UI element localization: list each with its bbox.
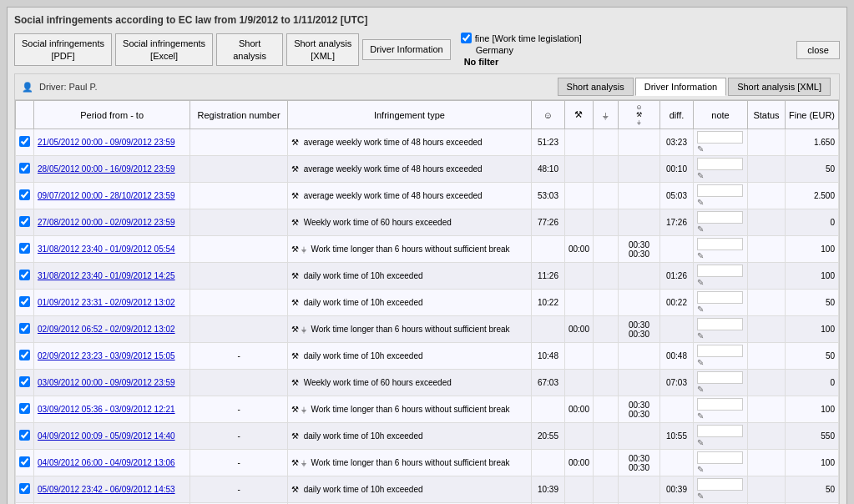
row-period[interactable]: 03/09/2012 05:36 - 03/09/2012 12:21 (34, 396, 190, 423)
edit-icon[interactable]: ✎ (697, 251, 704, 260)
col-note: note (693, 101, 747, 129)
note-input[interactable] (697, 265, 743, 277)
row-period[interactable]: 02/09/2012 23:23 - 03/09/2012 15:05 (34, 343, 190, 370)
short-analysis-xml-button[interactable]: Short analysis[XML] (286, 33, 359, 66)
row-col-wrench (564, 156, 593, 183)
edit-icon[interactable]: ✎ (697, 305, 704, 314)
row-reg: - (190, 423, 288, 450)
social-infringements-excel-button[interactable]: Social infringements[Excel] (115, 33, 213, 66)
row-checkbox[interactable] (19, 403, 30, 414)
page-title: Social infringements according to EC law… (14, 14, 840, 26)
fine-checkbox[interactable] (461, 33, 472, 43)
col-smile: ☺ (531, 101, 564, 129)
edit-icon[interactable]: ✎ (697, 385, 704, 394)
row-reg (190, 316, 288, 343)
row-checkbox[interactable] (19, 243, 30, 254)
row-period[interactable]: 05/09/2012 23:42 - 06/09/2012 14:53 (34, 476, 190, 503)
row-reg (190, 236, 288, 263)
row-period[interactable]: 28/05/2012 00:00 - 16/09/2012 23:59 (34, 156, 190, 183)
short-analysis-button[interactable]: Shortanalysis (216, 33, 283, 66)
row-col-bed (593, 450, 618, 476)
row-period[interactable]: 01/09/2012 23:31 - 02/09/2012 13:02 (34, 290, 190, 316)
row-col-smile: 11:26 (531, 263, 564, 290)
fine-checkbox-row: fine [Work time legislation] (461, 33, 582, 43)
note-input[interactable] (697, 184, 743, 197)
row-status (747, 209, 785, 236)
row-period[interactable]: 27/08/2012 00:00 - 02/09/2012 23:59 (34, 209, 190, 236)
social-infringements-pdf-button[interactable]: Social infringements[PDF] (14, 33, 112, 66)
edit-icon[interactable]: ✎ (697, 278, 704, 287)
row-diff (659, 316, 693, 343)
row-period[interactable]: 09/07/2012 00:00 - 28/10/2012 23:59 (34, 183, 190, 209)
note-input[interactable] (697, 318, 743, 330)
row-checkbox[interactable] (19, 163, 30, 174)
edit-icon[interactable]: ✎ (697, 331, 704, 340)
row-reg (190, 209, 288, 236)
row-period[interactable]: 04/09/2012 00:09 - 05/09/2012 14:40 (34, 423, 190, 450)
note-input[interactable] (697, 211, 743, 224)
row-period[interactable]: 02/09/2012 06:52 - 02/09/2012 13:02 (34, 316, 190, 343)
note-input[interactable] (697, 345, 743, 357)
note-input[interactable] (697, 158, 743, 170)
edit-icon[interactable]: ✎ (697, 144, 704, 154)
driver-information-button[interactable]: Driver Information (362, 39, 450, 59)
row-period[interactable]: 04/09/2012 06:00 - 04/09/2012 13:06 (34, 450, 190, 476)
edit-icon[interactable]: ✎ (697, 171, 704, 180)
row-col-bed (593, 396, 618, 423)
row-period[interactable]: 31/08/2012 23:40 - 01/09/2012 14:25 (34, 263, 190, 290)
close-button[interactable]: close (796, 41, 840, 59)
edit-icon[interactable]: ✎ (697, 491, 704, 501)
row-col-bed (593, 343, 618, 370)
row-diff (659, 450, 693, 476)
tab-short-analysis[interactable]: Short analysis (558, 78, 634, 96)
note-input[interactable] (697, 398, 743, 411)
row-reg (190, 370, 288, 396)
row-status (747, 316, 785, 343)
note-input[interactable] (697, 478, 743, 491)
note-input[interactable] (697, 451, 743, 464)
row-checkbox-cell (16, 343, 34, 370)
note-input[interactable] (697, 131, 743, 144)
row-checkbox[interactable] (19, 350, 30, 360)
edit-icon[interactable]: ✎ (697, 224, 704, 234)
row-fine: 1.650 (785, 129, 838, 156)
col-mixed: ☺⚒⏚ (618, 101, 659, 129)
row-infringement: ⚒ daily work time of 10h exceeded (287, 263, 531, 290)
table-row: 03/09/2012 05:36 - 03/09/2012 12:21 - ⚒ … (16, 396, 839, 423)
tab-short-analysis-xml[interactable]: Short analysis [XML] (728, 78, 831, 96)
note-input[interactable] (697, 291, 743, 304)
row-reg (190, 290, 288, 316)
row-checkbox[interactable] (19, 376, 30, 387)
row-checkbox[interactable] (19, 189, 30, 200)
country-row: Germany (461, 45, 582, 55)
row-checkbox[interactable] (19, 270, 30, 280)
note-input[interactable] (697, 371, 743, 384)
row-checkbox[interactable] (19, 323, 30, 334)
row-reg: - (190, 476, 288, 503)
row-checkbox[interactable] (19, 430, 30, 441)
row-checkbox[interactable] (19, 216, 30, 227)
row-checkbox[interactable] (19, 296, 30, 307)
row-checkbox-cell (16, 156, 34, 183)
row-period[interactable]: 21/05/2012 00:00 - 09/09/2012 23:59 (34, 129, 190, 156)
edit-icon[interactable]: ✎ (697, 465, 704, 474)
row-period[interactable]: 03/09/2012 00:00 - 09/09/2012 23:59 (34, 370, 190, 396)
row-note: ✎ (693, 156, 747, 183)
row-col-mixed (618, 290, 659, 316)
row-col-bed (593, 183, 618, 209)
row-checkbox-cell (16, 450, 34, 476)
edit-icon[interactable]: ✎ (697, 198, 704, 207)
row-diff: 03:23 (659, 129, 693, 156)
row-checkbox-cell (16, 316, 34, 343)
edit-icon[interactable]: ✎ (697, 411, 704, 421)
edit-icon[interactable]: ✎ (697, 438, 704, 447)
note-input[interactable] (697, 425, 743, 437)
tab-driver-information[interactable]: Driver Information (635, 78, 726, 96)
row-infringement: ⚒ Weekly work time of 60 hours exceeded (287, 370, 531, 396)
row-checkbox[interactable] (19, 136, 30, 147)
row-checkbox[interactable] (19, 483, 30, 494)
edit-icon[interactable]: ✎ (697, 358, 704, 367)
note-input[interactable] (697, 238, 743, 250)
row-checkbox[interactable] (19, 456, 30, 467)
row-period[interactable]: 31/08/2012 23:40 - 01/09/2012 05:54 (34, 236, 190, 263)
